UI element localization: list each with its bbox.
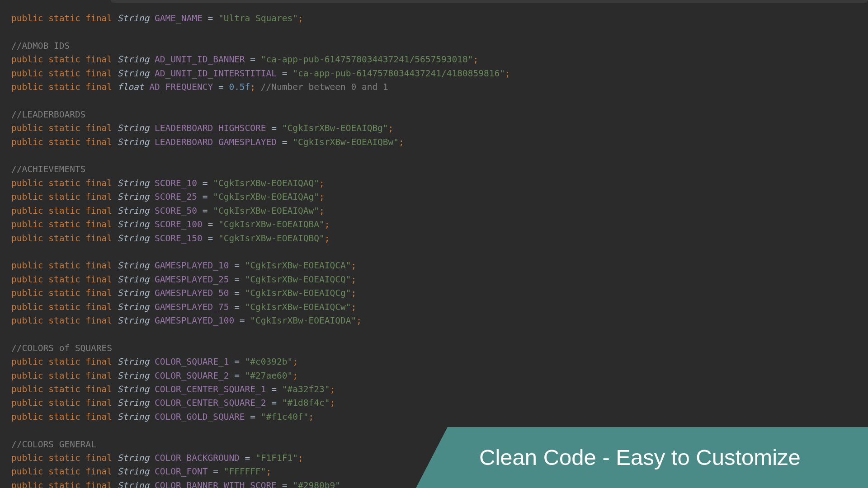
string-literal: "CgkIsrXBw-EOEAIQBw" — [292, 137, 399, 147]
code-line[interactable]: public static final String SCORE_50 = "C… — [11, 204, 868, 218]
variable-name: COLOR_GOLD_SQUARE — [155, 412, 245, 422]
code-line[interactable]: public static final String LEADERBOARD_G… — [11, 136, 868, 149]
code-line[interactable]: public static final String LEADERBOARD_H… — [11, 122, 868, 135]
comment: //ADMOB IDS — [11, 41, 70, 51]
code-line[interactable]: public static final String COLOR_CENTER_… — [11, 396, 868, 410]
keyword: public static final — [11, 54, 118, 65]
keyword: public static final — [11, 260, 118, 271]
type: String — [118, 260, 149, 271]
code-line[interactable]: public static final String GAMESPLAYED_2… — [11, 273, 868, 286]
keyword: public static final — [11, 13, 118, 23]
code-line[interactable]: public static final String GAMESPLAYED_1… — [11, 259, 868, 272]
type: String — [118, 206, 149, 216]
code-line[interactable] — [11, 328, 868, 341]
string-literal: "#2980b9" — [292, 480, 340, 488]
string-literal: "CgkIsrXBw-EOEAIQCg" — [245, 288, 351, 298]
variable-name: COLOR_BACKGROUND — [155, 453, 240, 463]
keyword: public static final — [11, 206, 118, 216]
variable-name: GAMESPLAYED_75 — [155, 302, 229, 312]
code-line[interactable]: public static final String SCORE_150 = "… — [11, 232, 868, 245]
comment: //COLORS GENERAL — [11, 439, 96, 450]
type: String — [118, 54, 149, 65]
string-literal: "CgkIsrXBw-EOEAIQBQ" — [218, 233, 325, 244]
keyword: public static final — [11, 233, 118, 244]
type: String — [118, 233, 149, 244]
code-line[interactable]: public static final String AD_UNIT_ID_IN… — [11, 67, 868, 80]
variable-name: GAME_NAME — [155, 13, 203, 23]
comment: //Number between 0 and 1 — [255, 82, 388, 92]
variable-name: LEADERBOARD_HIGHSCORE — [155, 123, 266, 133]
keyword: public static final — [11, 137, 118, 147]
keyword: public static final — [11, 274, 118, 285]
string-literal: "#c0392b" — [245, 357, 293, 367]
code-editor[interactable]: public static final String GAME_NAME = "… — [11, 12, 868, 488]
code-line[interactable]: //COLORS of SQUARES — [11, 342, 868, 355]
variable-name: AD_UNIT_ID_INTERSTITIAL — [155, 68, 277, 79]
code-line[interactable]: public static final float AD_FREQUENCY =… — [11, 80, 868, 94]
code-line[interactable]: public static final String SCORE_10 = "C… — [11, 177, 868, 190]
promo-banner-text: Clean Code - Easy to Customize — [479, 450, 801, 464]
code-line[interactable]: //ADMOB IDS — [11, 39, 868, 53]
string-literal: "#f1c40f" — [261, 412, 309, 422]
string-literal: "#27ae60" — [245, 371, 293, 381]
code-line[interactable]: public static final String SCORE_25 = "C… — [11, 190, 868, 204]
code-line[interactable]: public static final String GAMESPLAYED_5… — [11, 286, 868, 300]
code-line[interactable] — [11, 94, 868, 108]
string-literal: "CgkIsrXBw-EOEAIQCw" — [245, 302, 351, 312]
variable-name: SCORE_10 — [155, 178, 197, 188]
code-line[interactable]: public static final String COLOR_SQUARE_… — [11, 369, 868, 383]
variable-name: COLOR_SQUARE_2 — [155, 371, 229, 381]
string-literal: "CgkIsrXBw-EOEAIQAg" — [213, 192, 319, 202]
type: String — [118, 480, 149, 488]
variable-name: SCORE_50 — [155, 206, 197, 216]
string-literal: "CgkIsrXBw-EOEAIQAQ" — [213, 178, 319, 188]
code-line[interactable]: //LEADERBOARDS — [11, 108, 868, 122]
variable-name: COLOR_CENTER_SQUARE_2 — [155, 398, 266, 408]
keyword: public static final — [11, 412, 118, 422]
type: String — [118, 384, 149, 394]
keyword: public static final — [11, 123, 118, 133]
type: String — [118, 315, 149, 326]
code-line[interactable]: public static final String SCORE_100 = "… — [11, 218, 868, 231]
code-line[interactable]: public static final String GAMESPLAYED_7… — [11, 300, 868, 314]
type: float — [118, 82, 144, 92]
code-line[interactable]: public static final String COLOR_GOLD_SQ… — [11, 410, 868, 424]
type: String — [118, 13, 149, 23]
variable-name: COLOR_CENTER_SQUARE_1 — [155, 384, 266, 394]
variable-name: SCORE_150 — [155, 233, 203, 244]
string-literal: "F1F1F1" — [255, 453, 298, 463]
code-line[interactable] — [11, 245, 868, 259]
string-literal: "CgkIsrXBw-EOEAIQCA" — [245, 260, 351, 271]
keyword: public static final — [11, 302, 118, 312]
code-line[interactable] — [11, 25, 868, 39]
code-line[interactable]: //ACHIEVEMENTS — [11, 163, 868, 176]
keyword: public static final — [11, 480, 118, 488]
keyword: public static final — [11, 219, 118, 230]
keyword: public static final — [11, 82, 118, 92]
keyword: public static final — [11, 384, 118, 394]
string-literal: "#1d8f4c" — [282, 398, 330, 408]
keyword: public static final — [11, 453, 118, 463]
code-line[interactable]: public static final String GAMESPLAYED_1… — [11, 314, 868, 328]
code-line[interactable]: public static final String COLOR_CENTER_… — [11, 383, 868, 396]
variable-name: COLOR_SQUARE_1 — [155, 357, 229, 367]
string-literal: "CgkIsrXBw-EOEAIQCQ" — [245, 274, 351, 285]
code-line[interactable]: public static final String COLOR_SQUARE_… — [11, 355, 868, 369]
variable-name: LEADERBOARD_GAMESPLAYED — [155, 137, 277, 147]
comment: //ACHIEVEMENTS — [11, 164, 85, 174]
keyword: public static final — [11, 178, 118, 188]
tab-bar-edge — [111, 0, 868, 3]
variable-name: SCORE_100 — [155, 219, 203, 230]
code-line[interactable]: public static final String AD_UNIT_ID_BA… — [11, 53, 868, 66]
code-line[interactable]: public static final String GAME_NAME = "… — [11, 12, 868, 25]
code-line[interactable] — [11, 149, 868, 163]
string-literal: "CgkIsrXBw-EOEAIQBA" — [218, 219, 325, 230]
type: String — [118, 398, 149, 408]
keyword: public static final — [11, 371, 118, 381]
comment: //LEADERBOARDS — [11, 109, 85, 120]
type: String — [118, 137, 149, 147]
comment: //COLORS of SQUARES — [11, 343, 112, 353]
variable-name: COLOR_BANNER_WITH_SCORE — [155, 480, 277, 488]
keyword: public static final — [11, 315, 118, 326]
string-literal: "CgkIsrXBw-EOEAIQBg" — [282, 123, 388, 133]
